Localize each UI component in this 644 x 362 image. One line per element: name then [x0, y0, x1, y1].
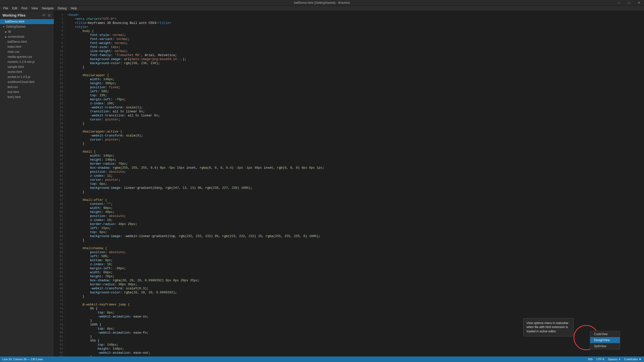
folder-name: GettingStarted	[6, 25, 25, 28]
view-options-menu: CodeView DesignView SplitView	[590, 331, 620, 349]
status-right: INS UTF-8 Spaces: 4 CodeEditor ▼	[588, 358, 641, 361]
line-col-info: Line 24, Column 26 — 130 Lines	[3, 358, 43, 361]
file-test-css[interactable]: test.css	[0, 84, 54, 89]
menu-debug[interactable]: Debug	[56, 6, 69, 11]
file-sunmoon[interactable]: sunMoonCloud.html	[0, 79, 54, 84]
file-test1[interactable]: test1.html	[0, 95, 54, 100]
menu-file[interactable]: File	[1, 6, 10, 11]
file-test-html[interactable]: test.html	[0, 89, 54, 95]
folder-arrow-icon: ▼	[3, 25, 5, 28]
file-socketio[interactable]: socket.io-1.3.5.js	[0, 74, 54, 79]
maximize-button[interactable]: □	[624, 0, 634, 6]
split-icon[interactable]: ⊟	[47, 13, 51, 17]
minimize-button[interactable]: ─	[614, 0, 624, 6]
editor-area: 12345 678910 1112131415 1617181920 21222…	[54, 11, 644, 356]
file-media-queries[interactable]: media-queries.css	[0, 54, 54, 59]
encoding-status: UTF-8	[596, 358, 604, 361]
file-sample[interactable]: sample.html	[0, 64, 54, 69]
working-files-icons: ⟳ ⊟	[42, 13, 51, 17]
view-designview[interactable]: DesignView	[590, 337, 620, 343]
folder-screenshots[interactable]: ▶ screenshots	[0, 34, 54, 39]
sidebar: Working Files ⟳ ⊟ ballDemo.html ▼ Gettin…	[0, 11, 54, 356]
code-container[interactable]: 12345 678910 1112131415 1617181920 21222…	[54, 11, 644, 356]
tooltip-popup: View options menu in statusbar when file…	[523, 318, 574, 336]
folder-name: lib	[8, 30, 11, 33]
working-files-title: Working Files	[3, 13, 26, 17]
menubar: File Edit Find View Navigate Debug Help	[0, 6, 644, 11]
menu-view[interactable]: View	[29, 6, 40, 11]
file-tree: ▼ GettingStarted ▶ lib ▶ screenshots bal…	[0, 24, 54, 356]
file-main-css[interactable]: main.css	[0, 49, 54, 54]
ins-status: INS	[588, 358, 593, 361]
view-splitview[interactable]: SplitView	[590, 343, 620, 349]
menu-edit[interactable]: Edit	[10, 6, 19, 11]
folder-arrow-icon: ▶	[5, 35, 7, 38]
menu-find[interactable]: Find	[19, 6, 29, 11]
main-layout: Working Files ⟳ ⊟ ballDemo.html ▼ Gettin…	[0, 11, 644, 356]
tooltip-text: View options menu in statusbar when file…	[527, 321, 569, 333]
spaces-status: Spaces: 4	[608, 358, 620, 361]
folder-name: screenshots	[8, 35, 24, 38]
statusbar: Line 24, Column 26 — 130 Lines INS UTF-8…	[0, 356, 644, 362]
refresh-icon[interactable]: ⟳	[42, 13, 46, 17]
view-codeview[interactable]: CodeView	[590, 331, 620, 337]
file-numeric[interactable]: numeric-1.2.6.min.js	[0, 59, 54, 64]
menu-navigate[interactable]: Navigate	[40, 6, 56, 11]
file-index[interactable]: index.html	[0, 44, 54, 49]
codeeditor-button[interactable]: CodeEditor ▼	[624, 358, 641, 361]
code-editor[interactable]: <head> <meta charset="UTF-8"> <title>Key…	[65, 11, 644, 356]
menu-help[interactable]: Help	[69, 6, 79, 11]
active-file-tab[interactable]: ballDemo.html	[0, 19, 54, 24]
close-button[interactable]: ✕	[634, 0, 644, 6]
line-numbers: 12345 678910 1112131415 1617181920 21222…	[54, 11, 65, 356]
folder-arrow-icon: ▶	[5, 30, 7, 33]
file-balldemo[interactable]: ballDemo.html	[0, 39, 54, 44]
working-files-header: Working Files ⟳ ⊟	[0, 11, 54, 19]
titlebar: ballDemo.html (GettingStarted) - Bracket…	[0, 0, 644, 6]
folder-gettingstarted[interactable]: ▼ GettingStarted	[0, 24, 54, 29]
status-left: Line 24, Column 26 — 130 Lines	[3, 358, 43, 361]
title-text: ballDemo.html (GettingStarted) - Bracket…	[294, 1, 350, 5]
folder-lib[interactable]: ▶ lib	[0, 29, 54, 34]
file-scene[interactable]: scene.html	[0, 69, 54, 74]
window-controls: ─ □ ✕	[614, 0, 644, 6]
